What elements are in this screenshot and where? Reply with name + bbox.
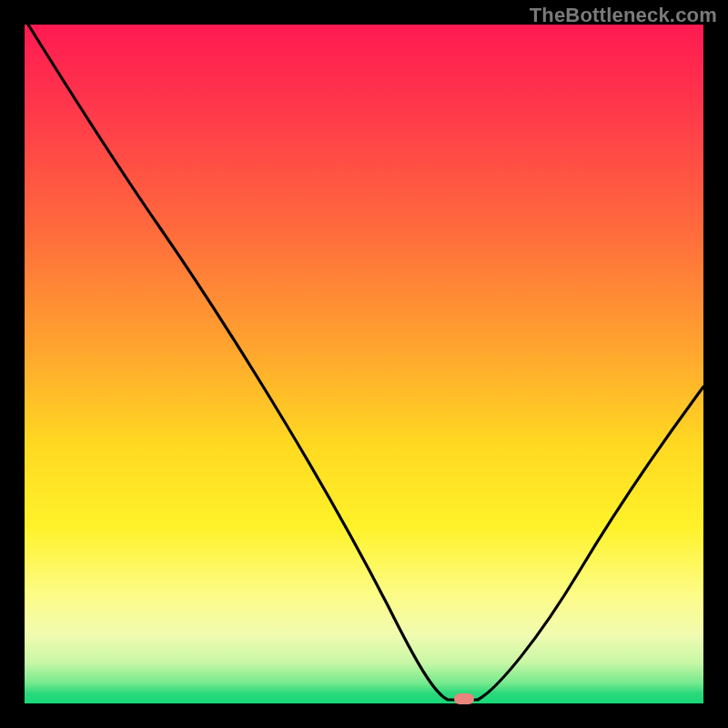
bottleneck-curve-svg xyxy=(25,25,703,703)
bottleneck-curve xyxy=(28,25,703,700)
chart-frame: TheBottleneck.com xyxy=(0,0,728,728)
plot-area xyxy=(25,25,703,703)
optimal-point-marker xyxy=(454,693,474,704)
